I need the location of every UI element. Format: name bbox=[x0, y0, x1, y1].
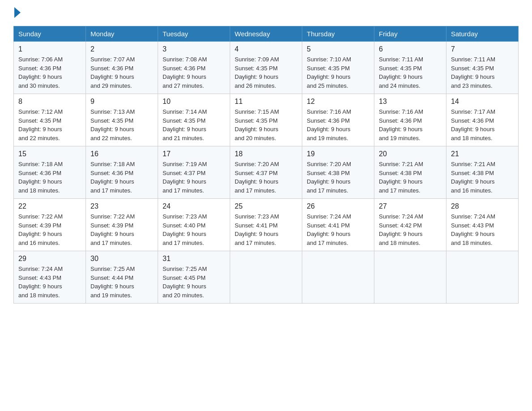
logo-arrow-icon bbox=[14, 7, 21, 18]
header bbox=[13, 9, 519, 18]
weekday-header-sunday: Sunday bbox=[14, 26, 86, 42]
day-info: Sunrise: 7:11 AMSunset: 4:35 PMDaylight:… bbox=[451, 56, 495, 89]
weekday-header-saturday: Saturday bbox=[446, 26, 519, 42]
weekday-header-thursday: Thursday bbox=[302, 26, 374, 42]
calendar-cell: 28 Sunrise: 7:24 AMSunset: 4:43 PMDaylig… bbox=[446, 199, 519, 251]
day-number: 10 bbox=[163, 98, 225, 106]
calendar-cell: 24 Sunrise: 7:23 AMSunset: 4:40 PMDaylig… bbox=[158, 199, 230, 251]
calendar-cell: 11 Sunrise: 7:15 AMSunset: 4:35 PMDaylig… bbox=[230, 94, 302, 146]
day-info: Sunrise: 7:18 AMSunset: 4:36 PMDaylight:… bbox=[90, 161, 135, 194]
day-info: Sunrise: 7:24 AMSunset: 4:43 PMDaylight:… bbox=[451, 213, 495, 246]
calendar-cell: 16 Sunrise: 7:18 AMSunset: 4:36 PMDaylig… bbox=[86, 146, 158, 199]
day-number: 3 bbox=[163, 45, 225, 53]
logo bbox=[13, 9, 21, 18]
day-number: 13 bbox=[379, 98, 442, 106]
day-number: 8 bbox=[18, 98, 81, 106]
calendar-cell bbox=[302, 251, 374, 304]
day-info: Sunrise: 7:21 AMSunset: 4:38 PMDaylight:… bbox=[451, 161, 495, 194]
calendar-cell: 1 Sunrise: 7:06 AMSunset: 4:36 PMDayligh… bbox=[14, 42, 86, 94]
calendar-cell: 18 Sunrise: 7:20 AMSunset: 4:37 PMDaylig… bbox=[230, 146, 302, 199]
calendar-cell: 14 Sunrise: 7:17 AMSunset: 4:36 PMDaylig… bbox=[446, 94, 519, 146]
day-info: Sunrise: 7:23 AMSunset: 4:41 PMDaylight:… bbox=[235, 213, 279, 246]
weekday-header-row: SundayMondayTuesdayWednesdayThursdayFrid… bbox=[14, 26, 519, 42]
day-number: 15 bbox=[18, 150, 81, 158]
day-number: 20 bbox=[379, 150, 442, 158]
calendar-cell bbox=[374, 251, 446, 304]
calendar-cell: 5 Sunrise: 7:10 AMSunset: 4:35 PMDayligh… bbox=[302, 42, 374, 94]
day-info: Sunrise: 7:25 AMSunset: 4:45 PMDaylight:… bbox=[163, 265, 207, 299]
day-number: 18 bbox=[235, 150, 297, 158]
calendar-cell: 23 Sunrise: 7:22 AMSunset: 4:39 PMDaylig… bbox=[86, 199, 158, 251]
calendar-cell: 21 Sunrise: 7:21 AMSunset: 4:38 PMDaylig… bbox=[446, 146, 519, 199]
day-info: Sunrise: 7:17 AMSunset: 4:36 PMDaylight:… bbox=[451, 108, 495, 141]
calendar-cell bbox=[230, 251, 302, 304]
day-number: 31 bbox=[163, 255, 225, 263]
calendar-cell: 31 Sunrise: 7:25 AMSunset: 4:45 PMDaylig… bbox=[158, 251, 230, 304]
day-number: 6 bbox=[379, 45, 442, 53]
day-number: 16 bbox=[90, 150, 153, 158]
day-number: 17 bbox=[163, 150, 225, 158]
day-info: Sunrise: 7:21 AMSunset: 4:38 PMDaylight:… bbox=[379, 161, 423, 194]
day-info: Sunrise: 7:07 AMSunset: 4:36 PMDaylight:… bbox=[90, 56, 135, 89]
weekday-header-tuesday: Tuesday bbox=[158, 26, 230, 42]
calendar-cell: 19 Sunrise: 7:20 AMSunset: 4:38 PMDaylig… bbox=[302, 146, 374, 199]
day-number: 23 bbox=[90, 202, 153, 210]
calendar-cell: 3 Sunrise: 7:08 AMSunset: 4:36 PMDayligh… bbox=[158, 42, 230, 94]
calendar-cell: 6 Sunrise: 7:11 AMSunset: 4:35 PMDayligh… bbox=[374, 42, 446, 94]
calendar-cell: 29 Sunrise: 7:24 AMSunset: 4:43 PMDaylig… bbox=[14, 251, 86, 304]
calendar-week-row: 8 Sunrise: 7:12 AMSunset: 4:35 PMDayligh… bbox=[14, 94, 519, 146]
calendar-cell: 9 Sunrise: 7:13 AMSunset: 4:35 PMDayligh… bbox=[86, 94, 158, 146]
day-number: 24 bbox=[163, 202, 225, 210]
calendar-cell: 17 Sunrise: 7:19 AMSunset: 4:37 PMDaylig… bbox=[158, 146, 230, 199]
calendar-cell: 26 Sunrise: 7:24 AMSunset: 4:41 PMDaylig… bbox=[302, 199, 374, 251]
day-info: Sunrise: 7:16 AMSunset: 4:36 PMDaylight:… bbox=[307, 108, 351, 141]
calendar-cell bbox=[446, 251, 519, 304]
day-info: Sunrise: 7:20 AMSunset: 4:37 PMDaylight:… bbox=[235, 161, 279, 194]
day-number: 21 bbox=[451, 150, 514, 158]
day-info: Sunrise: 7:24 AMSunset: 4:41 PMDaylight:… bbox=[307, 213, 351, 246]
day-number: 22 bbox=[18, 202, 81, 210]
day-number: 25 bbox=[235, 202, 297, 210]
day-number: 4 bbox=[235, 45, 297, 53]
day-info: Sunrise: 7:10 AMSunset: 4:35 PMDaylight:… bbox=[307, 56, 351, 89]
day-number: 28 bbox=[451, 202, 514, 210]
day-number: 11 bbox=[235, 98, 297, 106]
day-number: 27 bbox=[379, 202, 442, 210]
day-info: Sunrise: 7:08 AMSunset: 4:36 PMDaylight:… bbox=[163, 56, 207, 89]
calendar-cell: 7 Sunrise: 7:11 AMSunset: 4:35 PMDayligh… bbox=[446, 42, 519, 94]
day-number: 29 bbox=[18, 255, 81, 263]
calendar-cell: 8 Sunrise: 7:12 AMSunset: 4:35 PMDayligh… bbox=[14, 94, 86, 146]
day-info: Sunrise: 7:14 AMSunset: 4:35 PMDaylight:… bbox=[163, 108, 207, 141]
day-number: 14 bbox=[451, 98, 514, 106]
calendar-table: SundayMondayTuesdayWednesdayThursdayFrid… bbox=[13, 26, 519, 304]
calendar-week-row: 1 Sunrise: 7:06 AMSunset: 4:36 PMDayligh… bbox=[14, 42, 519, 94]
day-info: Sunrise: 7:25 AMSunset: 4:44 PMDaylight:… bbox=[90, 265, 135, 299]
day-info: Sunrise: 7:13 AMSunset: 4:35 PMDaylight:… bbox=[90, 108, 135, 141]
calendar-cell: 4 Sunrise: 7:09 AMSunset: 4:35 PMDayligh… bbox=[230, 42, 302, 94]
calendar-cell: 2 Sunrise: 7:07 AMSunset: 4:36 PMDayligh… bbox=[86, 42, 158, 94]
day-info: Sunrise: 7:20 AMSunset: 4:38 PMDaylight:… bbox=[307, 161, 351, 194]
day-info: Sunrise: 7:09 AMSunset: 4:35 PMDaylight:… bbox=[235, 56, 279, 89]
calendar-cell: 25 Sunrise: 7:23 AMSunset: 4:41 PMDaylig… bbox=[230, 199, 302, 251]
day-info: Sunrise: 7:24 AMSunset: 4:42 PMDaylight:… bbox=[379, 213, 423, 246]
calendar-week-row: 22 Sunrise: 7:22 AMSunset: 4:39 PMDaylig… bbox=[14, 199, 519, 251]
day-info: Sunrise: 7:22 AMSunset: 4:39 PMDaylight:… bbox=[90, 213, 135, 246]
calendar-cell: 20 Sunrise: 7:21 AMSunset: 4:38 PMDaylig… bbox=[374, 146, 446, 199]
calendar-week-row: 29 Sunrise: 7:24 AMSunset: 4:43 PMDaylig… bbox=[14, 251, 519, 304]
day-info: Sunrise: 7:24 AMSunset: 4:43 PMDaylight:… bbox=[18, 265, 63, 299]
day-info: Sunrise: 7:19 AMSunset: 4:37 PMDaylight:… bbox=[163, 161, 207, 194]
day-number: 26 bbox=[307, 202, 369, 210]
day-info: Sunrise: 7:11 AMSunset: 4:35 PMDaylight:… bbox=[379, 56, 423, 89]
calendar-cell: 13 Sunrise: 7:16 AMSunset: 4:36 PMDaylig… bbox=[374, 94, 446, 146]
weekday-header-monday: Monday bbox=[86, 26, 158, 42]
calendar-cell: 27 Sunrise: 7:24 AMSunset: 4:42 PMDaylig… bbox=[374, 199, 446, 251]
day-number: 12 bbox=[307, 98, 369, 106]
day-number: 7 bbox=[451, 45, 514, 53]
day-info: Sunrise: 7:22 AMSunset: 4:39 PMDaylight:… bbox=[18, 213, 63, 246]
day-info: Sunrise: 7:06 AMSunset: 4:36 PMDaylight:… bbox=[18, 56, 63, 89]
day-info: Sunrise: 7:18 AMSunset: 4:36 PMDaylight:… bbox=[18, 161, 63, 194]
calendar-week-row: 15 Sunrise: 7:18 AMSunset: 4:36 PMDaylig… bbox=[14, 146, 519, 199]
weekday-header-friday: Friday bbox=[374, 26, 446, 42]
calendar-cell: 22 Sunrise: 7:22 AMSunset: 4:39 PMDaylig… bbox=[14, 199, 86, 251]
day-number: 9 bbox=[90, 98, 153, 106]
